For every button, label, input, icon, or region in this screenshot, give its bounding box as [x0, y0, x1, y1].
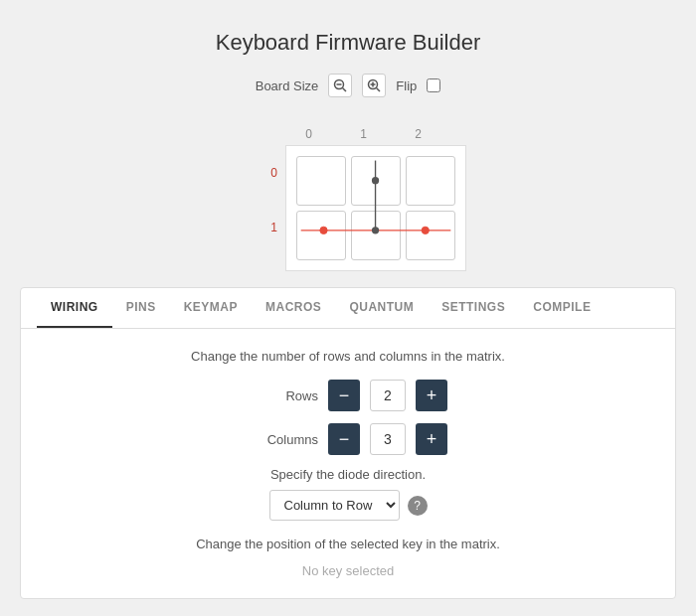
diode-help-icon[interactable]: ? — [408, 496, 428, 516]
tab-keymap[interactable]: KEYMAP — [170, 288, 252, 328]
matrix-cell-0-2[interactable] — [406, 156, 455, 206]
tabs-card: WIRING PINS KEYMAP MACROS QUANTUM SETTIN… — [20, 287, 676, 599]
cols-decrement-button[interactable]: − — [328, 423, 360, 455]
tab-compile[interactable]: COMPILE — [519, 288, 605, 328]
zoom-in-button[interactable] — [362, 74, 386, 97]
matrix-cell-1-0[interactable] — [296, 211, 346, 260]
diode-controls: Column to Row Row to Column ? — [45, 490, 651, 521]
no-key-text: No key selected — [45, 563, 651, 578]
cols-increment-button[interactable]: + — [416, 423, 447, 455]
matrix-grid — [296, 156, 455, 260]
diode-select[interactable]: Column to Row Row to Column — [269, 490, 400, 521]
rows-decrement-button[interactable]: − — [328, 380, 360, 411]
tab-macros[interactable]: MACROS — [252, 288, 335, 328]
matrix-cell-0-1[interactable] — [351, 156, 401, 206]
matrix-cell-0-0[interactable] — [296, 156, 346, 206]
main-container: Keyboard Firmware Builder Board Size Fli… — [20, 20, 676, 599]
svg-line-1 — [343, 88, 347, 92]
wiring-tab-content: Change the number of rows and columns in… — [21, 329, 675, 598]
tab-settings[interactable]: SETTINGS — [428, 288, 519, 328]
rows-label: Rows — [249, 388, 318, 403]
cols-value: 3 — [370, 423, 406, 455]
matrix-grid-container — [285, 145, 466, 271]
tabs-header: WIRING PINS KEYMAP MACROS QUANTUM SETTIN… — [21, 288, 675, 329]
board-size-label: Board Size — [256, 78, 319, 93]
tab-quantum[interactable]: QUANTUM — [335, 288, 428, 328]
rows-increment-button[interactable]: + — [416, 380, 447, 411]
row-labels: 0 1 — [260, 145, 281, 254]
col-label-0: 0 — [281, 127, 336, 141]
diode-section: Specify the diode direction. Column to R… — [45, 467, 651, 521]
row-label-1: 1 — [260, 200, 281, 254]
page-title: Keyboard Firmware Builder — [20, 30, 676, 56]
tab-pins[interactable]: PINS — [112, 288, 170, 328]
matrix-desc: Change the number of rows and columns in… — [45, 349, 651, 364]
zoom-out-button[interactable] — [328, 74, 352, 97]
cols-control-row: Columns − 3 + — [45, 423, 651, 455]
svg-line-4 — [377, 88, 381, 92]
flip-checkbox[interactable] — [427, 78, 440, 92]
col-labels: 0 1 2 — [260, 127, 466, 141]
diode-desc: Specify the diode direction. — [45, 467, 651, 482]
col-label-2: 2 — [391, 127, 445, 141]
board-controls: Board Size Flip — [20, 74, 676, 97]
flip-label: Flip — [396, 78, 417, 93]
row-label-0: 0 — [260, 145, 281, 200]
tab-wiring[interactable]: WIRING — [37, 288, 112, 328]
matrix-area: 0 1 2 0 1 — [20, 107, 676, 271]
matrix-cell-1-2[interactable] — [406, 211, 455, 260]
rows-control-row: Rows − 2 + — [45, 380, 651, 411]
cols-label: Columns — [249, 432, 318, 447]
position-section: Change the position of the selected key … — [45, 537, 651, 578]
position-desc: Change the position of the selected key … — [45, 537, 651, 551]
matrix-cell-1-1[interactable] — [351, 211, 401, 260]
col-label-1: 1 — [336, 127, 391, 141]
matrix-with-rows: 0 1 — [260, 145, 466, 271]
matrix-wrapper: 0 1 2 0 1 — [230, 107, 466, 271]
rows-value: 2 — [370, 380, 406, 411]
